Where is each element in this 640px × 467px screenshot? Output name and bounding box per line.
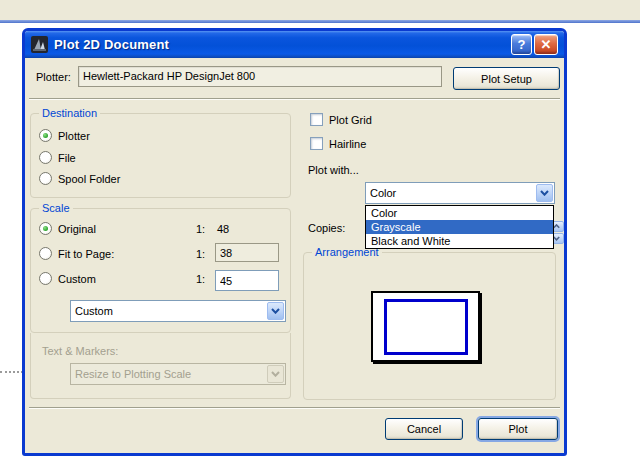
radio-label: Custom xyxy=(58,273,96,285)
background-window-strip xyxy=(0,0,640,20)
radio-icon xyxy=(39,151,52,164)
destination-group: Destination Plotter File Spool Folder xyxy=(30,113,291,198)
copies-label: Copies: xyxy=(308,222,345,234)
arrangement-plot-area-preview xyxy=(384,299,468,355)
checkbox-icon[interactable] xyxy=(310,113,323,126)
radio-destination-file[interactable]: File xyxy=(39,151,76,164)
radio-label: Fit to Page: xyxy=(58,248,114,260)
canvas-dotted-line xyxy=(0,371,23,373)
list-option-grayscale[interactable]: Grayscale xyxy=(366,220,553,234)
plot-grid-checkbox-row[interactable]: Plot Grid xyxy=(310,113,372,126)
scale-group-title: Scale xyxy=(39,202,73,214)
plot-2d-document-dialog: Plot 2D Document ? ✕ Plotter: Hewlett-Pa… xyxy=(22,28,567,456)
arrangement-page-preview xyxy=(371,291,480,362)
close-button[interactable]: ✕ xyxy=(534,34,558,55)
fit-to-page-value-input xyxy=(215,243,279,262)
radio-label: File xyxy=(58,152,76,164)
plotter-divider xyxy=(29,98,560,100)
app-icon xyxy=(31,36,48,53)
destination-group-title: Destination xyxy=(39,107,100,119)
hairline-label: Hairline xyxy=(329,138,366,150)
arrangement-group: Arrangement xyxy=(303,252,556,400)
cancel-button[interactable]: Cancel xyxy=(385,418,463,440)
plot-with-label: Plot with... xyxy=(308,164,359,176)
plot-grid-label: Plot Grid xyxy=(329,114,372,126)
footer-divider xyxy=(29,407,560,409)
chevron-down-icon[interactable] xyxy=(536,184,553,202)
chevron-down-icon[interactable] xyxy=(267,302,284,320)
radio-scale-fit-to-page[interactable]: Fit to Page: xyxy=(39,247,114,260)
scale-group: Scale Original 1: 48 Fit to Page: 1: Cus… xyxy=(30,208,291,333)
checkbox-icon[interactable] xyxy=(310,137,323,150)
plot-with-value: Color xyxy=(370,183,396,203)
plotter-value-field: Hewlett-Packard HP DesignJet 800 xyxy=(78,66,442,87)
radio-icon xyxy=(39,272,52,285)
radio-destination-spool-folder[interactable]: Spool Folder xyxy=(39,172,120,185)
hairline-checkbox-row[interactable]: Hairline xyxy=(310,137,366,150)
text-markers-group: Text & Markers: Resize to Plotting Scale xyxy=(30,333,291,399)
help-button[interactable]: ? xyxy=(511,34,532,55)
list-option-color[interactable]: Color xyxy=(366,206,553,220)
scale-preset-value: Custom xyxy=(75,301,113,321)
radio-destination-plotter[interactable]: Plotter xyxy=(39,129,90,142)
radio-icon xyxy=(39,247,52,260)
plot-with-dropdown[interactable]: Color xyxy=(365,182,555,204)
text-markers-label: Text & Markers: xyxy=(42,345,118,357)
screen: Plot 2D Document ? ✕ Plotter: Hewlett-Pa… xyxy=(0,0,640,467)
original-ratio-label: 1: xyxy=(196,223,205,235)
radio-icon xyxy=(39,222,52,235)
radio-label: Spool Folder xyxy=(58,173,120,185)
plot-setup-button[interactable]: Plot Setup xyxy=(453,67,560,90)
fit-ratio-label: 1: xyxy=(196,248,205,260)
text-markers-dropdown: Resize to Plotting Scale xyxy=(70,363,286,385)
text-markers-value: Resize to Plotting Scale xyxy=(75,364,191,384)
dialog-titlebar[interactable]: Plot 2D Document ? ✕ xyxy=(25,31,564,58)
radio-icon xyxy=(39,172,52,185)
custom-ratio-label: 1: xyxy=(196,273,205,285)
original-ratio-value: 48 xyxy=(217,223,229,235)
list-option-black-and-white[interactable]: Black and White xyxy=(366,234,553,248)
background-window-edge xyxy=(0,20,640,23)
plot-with-open-list: Color Grayscale Black and White xyxy=(365,205,554,249)
scale-preset-dropdown[interactable]: Custom xyxy=(70,300,286,322)
radio-scale-custom[interactable]: Custom xyxy=(39,272,96,285)
custom-scale-value-input[interactable] xyxy=(215,270,279,291)
radio-label: Plotter xyxy=(58,130,90,142)
dialog-title: Plot 2D Document xyxy=(54,37,169,52)
plot-button[interactable]: Plot xyxy=(478,418,558,440)
radio-icon xyxy=(39,129,52,142)
chevron-down-icon xyxy=(267,365,284,383)
radio-scale-original[interactable]: Original xyxy=(39,222,96,235)
plotter-label: Plotter: xyxy=(36,71,71,83)
radio-label: Original xyxy=(58,223,96,235)
